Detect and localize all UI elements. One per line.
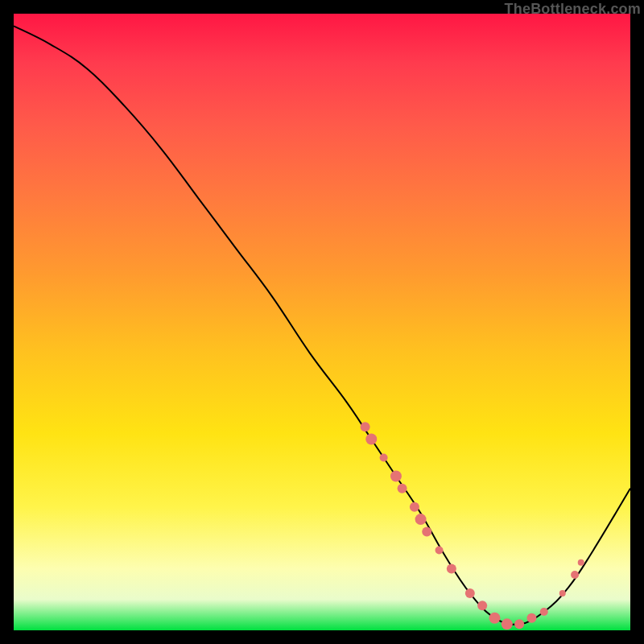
scatter-dot xyxy=(361,422,370,431)
scatter-dot xyxy=(526,613,536,623)
scatter-dot xyxy=(465,588,475,598)
scatter-dot xyxy=(578,559,584,566)
scatter-dot xyxy=(436,546,444,554)
chart-overlay-svg xyxy=(14,14,630,630)
scatter-dot xyxy=(514,619,524,629)
scatter-dots-group xyxy=(361,422,584,630)
scatter-dot xyxy=(571,571,579,579)
scatter-dot xyxy=(365,434,377,445)
scatter-dot xyxy=(502,618,513,630)
scatter-dot xyxy=(477,601,487,610)
scatter-dot xyxy=(415,514,427,525)
scatter-dot xyxy=(410,502,419,512)
scatter-dot xyxy=(559,590,566,597)
bottleneck-curve xyxy=(14,26,630,625)
scatter-dot xyxy=(398,484,407,493)
scatter-dot xyxy=(489,613,500,624)
scatter-dot xyxy=(447,564,456,573)
chart-frame xyxy=(14,14,630,630)
watermark-text: TheBottleneck.com xyxy=(505,1,641,18)
scatter-dot xyxy=(390,471,402,482)
scatter-dot xyxy=(540,608,548,616)
scatter-dot xyxy=(380,454,388,462)
scatter-dot xyxy=(422,526,431,536)
